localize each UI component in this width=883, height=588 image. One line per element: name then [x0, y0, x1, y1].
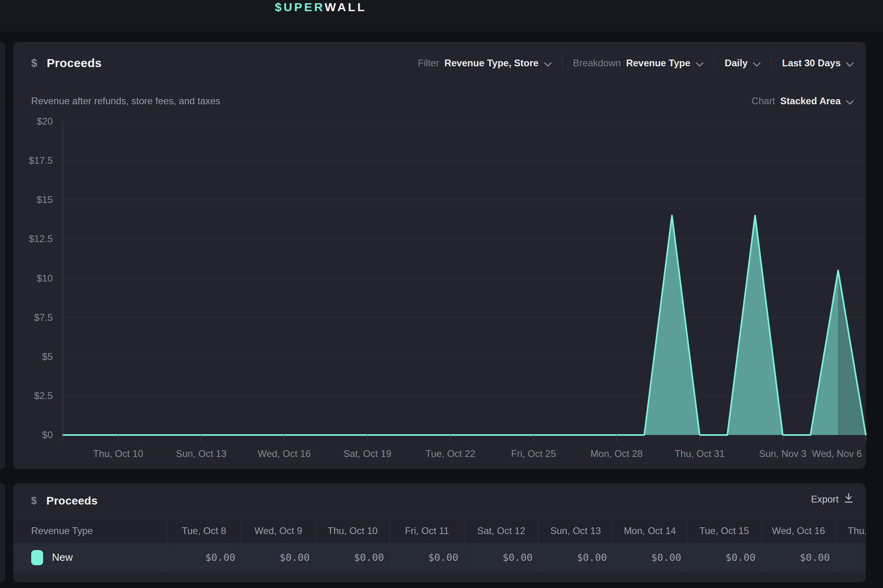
filter-label: Filter [418, 58, 439, 69]
date-range-dropdown[interactable]: Last 30 Days [782, 57, 854, 70]
y-axis-label: $0 [13, 429, 53, 441]
chart-controls: Filter Revenue Type, Store Breakdown Rev… [418, 54, 854, 72]
y-axis-label: $17.5 [13, 155, 53, 167]
x-axis-label: Wed, Oct 16 [240, 448, 328, 460]
chevron-down-icon [696, 58, 704, 70]
table-value-cell: $0.00 [538, 544, 613, 571]
download-icon [843, 493, 854, 506]
y-axis-label: $12.5 [13, 233, 53, 245]
chart-type-label: Chart [752, 95, 775, 107]
table-value-cell: $0.00 [390, 544, 464, 571]
table-header-cell: Sat, Oct 12 [464, 518, 538, 543]
y-axis-label: $10 [13, 272, 53, 284]
superwall-logo[interactable]: $UPERWALL [275, 0, 366, 14]
series-color-swatch [31, 550, 43, 565]
x-axis-label: Sat, Oct 19 [323, 448, 411, 460]
chevron-down-icon [846, 96, 854, 107]
chevron-down-icon [753, 58, 761, 70]
logo-rest: WALL [325, 0, 367, 14]
x-axis-label: Sun, Oct 13 [157, 448, 245, 460]
date-range-value: Last 30 Days [782, 58, 841, 69]
table-value-cell: $0.00 [241, 544, 315, 571]
breakdown-value: Revenue Type [626, 58, 690, 69]
y-axis-label: $7.5 [13, 312, 53, 324]
table-header-cell: Thu, Oct 10 [315, 518, 390, 543]
chart-type-value: Stacked Area [780, 95, 841, 107]
series-name: New [52, 551, 73, 564]
table-value-cell: $0.00 [835, 544, 866, 571]
y-axis-label: $2.5 [13, 390, 53, 402]
breakdown-label: Breakdown [573, 58, 621, 69]
table-header-cell: Tue, Oct 8 [167, 518, 241, 543]
table-title: Proceeds [46, 495, 97, 507]
table-header-cell: Fri, Oct 11 [390, 518, 464, 543]
interval-value: Daily [725, 58, 748, 69]
table-value-cell: $0.00 [687, 544, 761, 571]
divider [771, 56, 772, 71]
x-axis-label: Thu, Oct 10 [74, 448, 162, 460]
table-value-cell: $0.00 [613, 544, 687, 571]
adjacent-card-edge [0, 483, 5, 582]
interval-dropdown[interactable]: Daily [725, 57, 761, 70]
x-axis-label: Thu, Oct 31 [656, 448, 744, 460]
y-axis-label: $5 [13, 351, 53, 363]
chevron-down-icon [544, 58, 552, 70]
chart-canvas [63, 121, 866, 449]
x-axis-label: Wed, Nov 6 [774, 448, 862, 460]
chevron-down-icon [846, 58, 854, 70]
table-row[interactable]: New$0.00$0.00$0.00$0.00$0.00$0.00$0.00$0… [13, 544, 866, 572]
logo-accent: $UPER [275, 0, 325, 14]
table-header-cell: Wed, Oct 9 [241, 518, 315, 543]
proceeds-table-card: $ Proceeds Export Revenue TypeTue, Oct 8… [13, 483, 866, 582]
top-navigation-bar: $UPERWALL [0, 0, 883, 31]
y-axis-label: $15 [13, 194, 53, 206]
table-value-cell: $0.00 [761, 544, 835, 571]
card-header: $ Proceeds [31, 483, 97, 518]
filter-dropdown[interactable]: Filter Revenue Type, Store [418, 57, 552, 70]
adjacent-card-edge [0, 42, 5, 469]
chart-type-dropdown[interactable]: Chart Stacked Area [752, 92, 854, 110]
y-axis-label: $20 [13, 115, 53, 127]
x-axis-label: Tue, Oct 22 [406, 448, 494, 460]
row-label-cell: New [13, 544, 167, 571]
stacked-area-chart[interactable] [63, 121, 866, 449]
table-header-cell: Sun, Oct 13 [538, 518, 613, 543]
filter-value: Revenue Type, Store [444, 58, 539, 69]
table-value-cell: $0.00 [464, 544, 538, 571]
table-header-cell: Thu, Oct 17 [835, 518, 866, 543]
dollar-icon: $ [31, 495, 37, 507]
table-header-cell: Wed, Oct 16 [761, 518, 835, 543]
page-title: Proceeds [47, 56, 101, 70]
chart-subtitle: Revenue after refunds, store fees, and t… [31, 95, 221, 107]
table-value-cell: $0.00 [167, 544, 241, 571]
divider [714, 56, 714, 71]
table-header-revenue-type: Revenue Type [13, 518, 167, 543]
table-header-cell: Mon, Oct 14 [613, 518, 687, 543]
divider [562, 56, 563, 71]
breakdown-dropdown[interactable]: Breakdown Revenue Type [573, 57, 704, 70]
table-header-cell: Tue, Oct 15 [687, 518, 761, 543]
x-axis-label: Fri, Oct 25 [489, 448, 577, 460]
card-header: $ Proceeds [31, 42, 102, 84]
table-header-row: Revenue TypeTue, Oct 8Wed, Oct 9Thu, Oct… [13, 518, 866, 544]
export-button[interactable]: Export [811, 493, 854, 506]
x-axis-label: Mon, Oct 28 [573, 448, 660, 460]
proceeds-chart-card: $ Proceeds Filter Revenue Type, Store Br… [13, 42, 866, 469]
dollar-icon: $ [31, 57, 37, 70]
export-label: Export [811, 494, 839, 505]
table-value-cell: $0.00 [315, 544, 390, 571]
